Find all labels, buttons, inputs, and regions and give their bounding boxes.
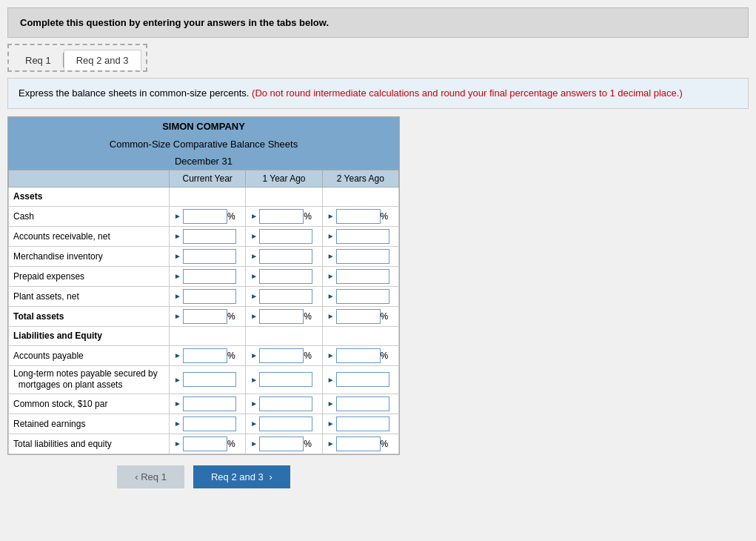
input-cash-2yr[interactable] [336,209,381,224]
input-cs-1yr[interactable] [259,396,312,411]
col-header-1yr: 1 Year Ago [246,170,322,187]
arrow-icon: ► [250,312,258,320]
input-cs-2yr[interactable] [336,396,389,411]
input-tle-2yr[interactable] [336,437,381,451]
cell-tle-1yr: ► % [246,434,322,454]
cell-cash-2yr: ► % [322,206,398,226]
input-cs-current[interactable] [183,396,236,411]
table-row: Merchandise inventory ► ► [9,246,399,266]
cell-empty [246,326,322,345]
table-row: Plant assets, net ► ► [9,286,399,306]
input-totalassets-current[interactable] [183,309,227,324]
input-totalassets-1yr[interactable] [259,309,304,324]
input-ltnp-2yr[interactable] [336,372,389,387]
cell-tle-current: ► % [170,434,246,454]
input-re-1yr[interactable] [259,416,312,431]
instruction-text: Complete this question by entering your … [20,17,329,28]
cell-prepaid-2yr: ► [322,266,398,286]
input-ar-1yr[interactable] [259,229,312,244]
input-group: ► % [250,209,317,224]
cell-ar-current: ► [170,226,246,246]
input-group: ► % [327,209,394,224]
pct-symbol: % [227,351,235,361]
prev-button[interactable]: ‹ Req 1 [117,465,184,488]
next-button[interactable]: Req 2 and 3 › [193,465,290,488]
cell-ltnp-2yr: ► [322,365,398,394]
arrow-icon: ► [174,351,181,359]
cell-empty [170,187,246,206]
table-row: Common stock, $10 par ► ► [9,394,399,414]
arrow-icon: ► [174,399,181,408]
pct-symbol: % [304,351,312,361]
section-heading-assets: Assets [9,187,170,206]
input-inv-current[interactable] [183,249,236,264]
input-group: ► [327,289,394,304]
input-re-2yr[interactable] [336,416,389,431]
input-group: ► [250,289,317,304]
table-row: Retained earnings ► ► [9,414,399,434]
table-row: Long-term notes payable secured by mortg… [9,365,399,394]
input-prepaid-2yr[interactable] [336,269,389,284]
input-ar-current[interactable] [183,229,236,244]
input-inv-1yr[interactable] [259,249,312,264]
input-group: ► [327,416,394,431]
cell-prepaid-1yr: ► [246,266,322,286]
arrow-icon: ► [250,439,258,448]
table-title: Common-Size Comparative Balance Sheets [8,136,399,153]
cell-totalassets-current: ► % [170,306,246,326]
arrow-icon: ► [250,292,258,300]
col-header-label [9,170,170,187]
cell-totalassets-1yr: ► % [246,306,322,326]
pct-symbol: % [381,351,389,361]
arrow-icon: ► [250,399,258,408]
input-inv-2yr[interactable] [336,249,389,264]
input-ap-1yr[interactable] [259,348,304,363]
input-ltnp-current[interactable] [183,372,236,387]
input-group: ► [174,396,241,411]
input-re-current[interactable] [183,416,236,431]
input-tle-current[interactable] [183,437,227,451]
input-ap-current[interactable] [183,348,227,363]
arrow-icon: ► [174,439,181,448]
section-heading-liabilities: Liabilities and Equity [9,326,170,345]
input-group: ► [174,289,241,304]
input-cash-current[interactable] [183,209,227,224]
arrow-icon: ► [250,232,258,240]
input-group: ► % [174,209,241,224]
input-prepaid-1yr[interactable] [259,269,312,284]
arrow-icon: ► [327,376,335,384]
input-group: ► [327,372,394,387]
input-group: ► [174,249,241,264]
input-ap-2yr[interactable] [336,348,381,363]
arrow-icon: ► [250,252,258,260]
cell-prepaid-current: ► [170,266,246,286]
input-group: ► % [327,309,394,324]
input-plant-current[interactable] [183,289,236,304]
input-group: ► [327,229,394,244]
pct-symbol: % [381,211,389,222]
input-tle-1yr[interactable] [259,437,304,451]
cell-plant-2yr: ► [322,286,398,306]
cell-re-current: ► [170,414,246,434]
table-row: Liabilities and Equity [9,326,399,345]
input-plant-1yr[interactable] [259,289,312,304]
row-label-commonstock: Common stock, $10 par [9,394,170,414]
cell-ar-2yr: ► [322,226,398,246]
input-prepaid-current[interactable] [183,269,236,284]
arrow-icon: ► [327,312,335,320]
cell-plant-current: ► [170,286,246,306]
row-label-cash: Cash [9,206,170,226]
arrow-icon: ► [250,351,258,359]
tab-req2and3[interactable]: Req 2 and 3 [64,50,141,70]
input-ar-2yr[interactable] [336,229,389,244]
arrow-icon: ► [327,419,335,428]
input-cash-1yr[interactable] [259,209,304,224]
input-group: ► [250,249,317,264]
tab-req1[interactable]: Req 1 [13,50,63,70]
pct-symbol: % [304,311,312,322]
row-label-total-assets: Total assets [9,306,170,326]
input-ltnp-1yr[interactable] [259,372,312,387]
cell-inv-1yr: ► [246,246,322,266]
input-totalassets-2yr[interactable] [336,309,381,324]
input-plant-2yr[interactable] [336,289,389,304]
